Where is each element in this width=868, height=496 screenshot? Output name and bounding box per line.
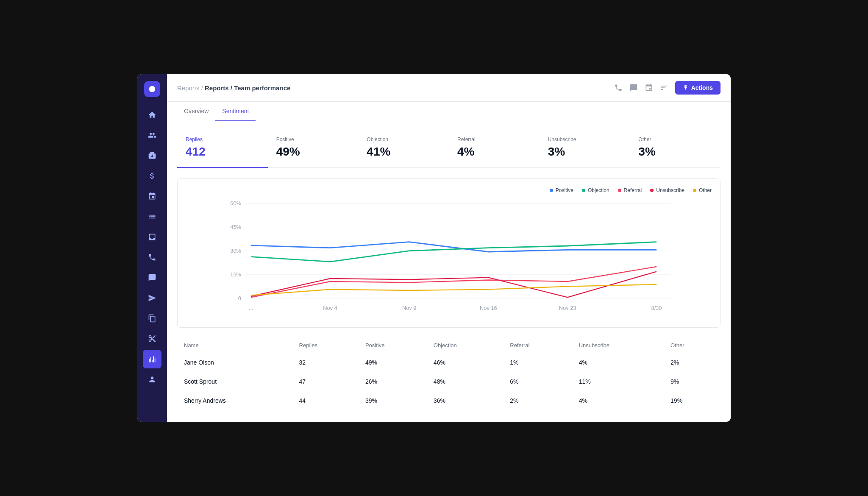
cell-other: 19%	[664, 391, 721, 410]
col-referral: Referral	[503, 338, 572, 353]
breadcrumb: Reports / Reports / Team performance	[177, 84, 290, 92]
svg-text:30%: 30%	[230, 248, 241, 254]
svg-text:45%: 45%	[230, 224, 241, 230]
col-replies: Replies	[292, 338, 359, 353]
svg-point-0	[149, 86, 156, 92]
stat-unsubscribe: Unsubscribe 3%	[540, 131, 630, 167]
tab-overview[interactable]: Overview	[177, 102, 215, 121]
col-unsubscribe: Unsubscribe	[572, 338, 664, 353]
tab-bar: Overview Sentiment	[167, 102, 731, 121]
sidebar-item-person[interactable]	[143, 370, 161, 389]
sidebar-item-inbox[interactable]	[143, 228, 161, 246]
breadcrumb-prefix: Reports /	[177, 84, 203, 92]
sidebar-item-analytics[interactable]	[143, 350, 161, 368]
chat-icon[interactable]	[629, 84, 638, 92]
svg-text:Nov 4: Nov 4	[323, 305, 337, 311]
cell-name: Sherry Andrews	[177, 391, 292, 410]
stat-referral-label: Referral	[457, 137, 531, 142]
stat-objection-value: 41%	[367, 145, 440, 159]
cell-referral: 2%	[503, 391, 572, 410]
chart-svg-wrapper: 60% 45% 30% 15% 0 ... Nov 4	[186, 198, 712, 319]
sidebar-item-chat[interactable]	[143, 268, 161, 287]
legend-positive: Positive	[550, 187, 573, 193]
table-body: Jane Olson 32 49% 46% 1% 4% 2% Scott Spr…	[177, 353, 721, 410]
legend-referral: Referral	[618, 187, 642, 193]
cell-positive: 49%	[359, 353, 427, 372]
sidebar-item-home[interactable]	[143, 106, 161, 124]
sidebar-item-scissors[interactable]	[143, 329, 161, 348]
col-other: Other	[664, 338, 721, 353]
phone-icon[interactable]	[614, 84, 623, 92]
stat-other-label: Other	[638, 137, 712, 142]
calendar-icon[interactable]	[645, 84, 653, 92]
page-header: Reports / Reports / Team performance	[167, 74, 731, 102]
col-objection: Objection	[427, 338, 503, 353]
sidebar-item-calendar[interactable]	[143, 187, 161, 206]
legend-objection: Objection	[582, 187, 609, 193]
legend-label-unsubscribe: Unsubscribe	[656, 187, 684, 193]
cell-objection: 36%	[427, 391, 503, 410]
stat-objection: Objection 41%	[358, 131, 449, 167]
svg-text:Nov 16: Nov 16	[480, 305, 497, 311]
cell-replies: 44	[292, 391, 359, 410]
cell-objection: 48%	[427, 372, 503, 391]
data-table: Name Replies Positive Objection Referral…	[177, 338, 721, 410]
chart-container: Positive Objection Referral Unsubscribe	[177, 178, 721, 328]
stat-other-value: 3%	[638, 145, 712, 159]
svg-text:8/30: 8/30	[651, 305, 662, 311]
sidebar-item-phone[interactable]	[143, 248, 161, 267]
legend-label-other: Other	[699, 187, 712, 193]
cell-other: 2%	[664, 353, 721, 372]
svg-text:0: 0	[238, 295, 241, 301]
sidebar-item-reports[interactable]	[143, 207, 161, 226]
legend-dot-other	[693, 189, 696, 192]
stat-positive: Positive 49%	[268, 131, 359, 167]
page-content: Replies 412 Positive 49% Objection 41% R…	[167, 121, 731, 422]
legend-label-referral: Referral	[624, 187, 642, 193]
sidebar-item-briefcase[interactable]	[143, 146, 161, 165]
stat-other: Other 3%	[630, 131, 721, 167]
cell-positive: 39%	[359, 391, 427, 410]
cell-positive: 26%	[359, 372, 427, 391]
breadcrumb-page: Reports / Team performance	[205, 84, 290, 92]
cell-objection: 46%	[427, 353, 503, 372]
sidebar-item-send[interactable]	[143, 289, 161, 307]
actions-button[interactable]: Actions	[675, 81, 721, 95]
cell-replies: 32	[292, 353, 359, 372]
cell-referral: 1%	[503, 353, 572, 372]
sidebar-item-users[interactable]	[143, 126, 161, 145]
stat-objection-label: Objection	[367, 137, 440, 142]
header-actions: Actions	[614, 81, 721, 95]
stat-unsubscribe-value: 3%	[548, 145, 622, 159]
svg-text:Nov 9: Nov 9	[402, 305, 417, 311]
sidebar-item-dollar[interactable]	[143, 167, 161, 185]
legend-other: Other	[693, 187, 712, 193]
sidebar-item-copy[interactable]	[143, 309, 161, 328]
svg-text:15%: 15%	[230, 271, 241, 278]
cell-other: 9%	[664, 372, 721, 391]
legend-dot-objection	[582, 189, 585, 192]
table-row[interactable]: Sherry Andrews 44 39% 36% 2% 4% 19%	[177, 391, 721, 410]
stat-positive-value: 49%	[276, 145, 350, 159]
filter-icon[interactable]	[660, 84, 668, 92]
cell-name: Scott Sprout	[177, 372, 292, 391]
stat-referral: Referral 4%	[449, 131, 540, 167]
app-logo[interactable]	[144, 81, 160, 97]
sidebar	[137, 74, 167, 422]
legend-unsubscribe: Unsubscribe	[650, 187, 684, 193]
stat-positive-label: Positive	[276, 137, 350, 142]
cell-unsubscribe: 4%	[572, 353, 664, 372]
stat-unsubscribe-label: Unsubscribe	[548, 137, 622, 142]
svg-text:...: ...	[249, 305, 253, 311]
cell-unsubscribe: 11%	[572, 372, 664, 391]
table-row[interactable]: Scott Sprout 47 26% 48% 6% 11% 9%	[177, 372, 721, 391]
legend-dot-unsubscribe	[650, 189, 654, 192]
chart-legend: Positive Objection Referral Unsubscribe	[186, 187, 712, 193]
legend-label-objection: Objection	[588, 187, 609, 193]
col-positive: Positive	[359, 338, 427, 353]
cell-replies: 47	[292, 372, 359, 391]
stats-row: Replies 412 Positive 49% Objection 41% R…	[177, 131, 721, 168]
table-row[interactable]: Jane Olson 32 49% 46% 1% 4% 2%	[177, 353, 721, 372]
cell-name: Jane Olson	[177, 353, 292, 372]
tab-sentiment[interactable]: Sentiment	[215, 102, 256, 121]
